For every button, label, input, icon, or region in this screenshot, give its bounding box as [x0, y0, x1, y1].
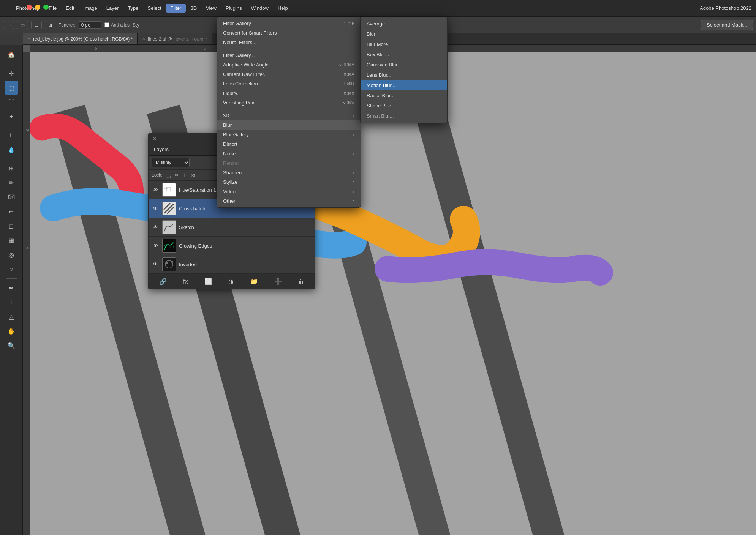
menu-filter[interactable]: Filter: [166, 4, 186, 13]
menu-type[interactable]: Type: [123, 4, 143, 13]
lock-artboard-icon[interactable]: ⊠: [191, 172, 195, 178]
ruler-num-3: 3: [23, 128, 30, 132]
blur-submenu-motion[interactable]: Motion Blur...: [361, 80, 447, 90]
minimize-button[interactable]: [35, 5, 40, 10]
layer-item-inverted[interactable]: 👁 Inverted: [149, 255, 315, 274]
layers-tab-layers[interactable]: Layers: [149, 144, 174, 155]
group-button[interactable]: 📁: [249, 276, 259, 287]
healing-tool[interactable]: ⊕: [5, 161, 18, 175]
layer-visibility-cross-hatch[interactable]: 👁: [152, 205, 159, 211]
filter-menu-item-render[interactable]: Render ›: [217, 158, 361, 168]
blend-mode-select[interactable]: Multiply: [152, 158, 190, 167]
blur-submenu-gaussian[interactable]: Gaussian Blur...: [361, 60, 447, 70]
filter-menu-item-liquify[interactable]: Liquify... ⇧⌘X: [217, 88, 361, 98]
tab-close-1[interactable]: ✕: [27, 36, 31, 41]
layer-item-glowing-edges[interactable]: 👁 Glowing Edges: [149, 237, 315, 255]
marquee-tool[interactable]: ⬚: [5, 81, 18, 95]
layers-close-button[interactable]: ✕: [152, 136, 157, 142]
blur-submenu-blur-more[interactable]: Blur More: [361, 39, 447, 49]
filter-menu-item-adaptive-wide[interactable]: Adaptive Wide Angle... ⌥⇧⌘A: [217, 60, 361, 69]
magic-wand-tool[interactable]: ✦: [5, 110, 18, 123]
move-tool[interactable]: ✛: [5, 66, 18, 80]
eraser-tool[interactable]: ◻: [5, 219, 18, 233]
menu-select[interactable]: Select: [143, 4, 166, 13]
layer-visibility-glowing-edges[interactable]: 👁: [152, 243, 159, 249]
hand-tool[interactable]: ✋: [5, 324, 18, 338]
blur-tool[interactable]: ◎: [5, 248, 18, 262]
blur-submenu-box-blur[interactable]: Box Blur...: [361, 49, 447, 60]
lock-transparent-icon[interactable]: ⬚: [166, 172, 171, 178]
eyedropper-tool[interactable]: 💧: [5, 143, 18, 156]
menu-help[interactable]: Help: [273, 4, 293, 13]
filter-menu-item-neural[interactable]: Neural Filters...: [217, 38, 361, 47]
blur-submenu-shape[interactable]: Shape Blur...: [361, 101, 447, 111]
filter-menu-item-other[interactable]: Other ›: [217, 196, 361, 206]
maximize-button[interactable]: [43, 5, 49, 10]
tab-red-bicycle[interactable]: ✕ red_bicycle.jpg @ 200% (Cross hatch, R…: [23, 33, 138, 44]
menu-edit[interactable]: Edit: [61, 4, 79, 13]
lens-correction-shortcut: ⇧⌘R: [343, 81, 354, 87]
lock-paint-icon[interactable]: ✏: [175, 172, 179, 178]
feather-input[interactable]: [79, 21, 101, 29]
filter-menu-item-blur-gallery[interactable]: Blur Gallery ›: [217, 130, 361, 139]
fx-button[interactable]: fx: [182, 277, 189, 287]
menu-plugins[interactable]: Plugins: [221, 4, 247, 13]
blur-submenu-smart[interactable]: Smart Blur...: [361, 111, 447, 121]
menu-window[interactable]: Window: [247, 4, 273, 13]
menu-image[interactable]: Image: [79, 4, 102, 13]
filter-menu-item-filter-gallery[interactable]: Filter Gallery...: [217, 51, 361, 60]
layer-thumb-glowing-edges: [162, 239, 176, 253]
blur-submenu-average[interactable]: Average: [361, 19, 447, 29]
filter-menu-item-vanishing-point[interactable]: Vanishing Point... ⌥⌘V: [217, 98, 361, 107]
link-layers-button[interactable]: 🔗: [158, 276, 168, 287]
home-tool[interactable]: 🏠: [5, 48, 18, 62]
clone-tool[interactable]: ⌧: [5, 190, 18, 204]
filter-menu-item-sharpen[interactable]: Sharpen ›: [217, 168, 361, 177]
shape-tool[interactable]: △: [5, 310, 18, 324]
filter-menu-item-camera-raw[interactable]: Camera Raw Filter... ⇧⌘A: [217, 69, 361, 79]
mask-button[interactable]: ⬜: [203, 276, 214, 287]
filter-menu-item-distort[interactable]: Distort ›: [217, 139, 361, 149]
gradient-tool[interactable]: ▦: [5, 234, 18, 247]
delete-layer-button[interactable]: 🗑: [297, 277, 306, 287]
tab-lines[interactable]: ✕ lines-2.ai @ layer 1, RGB/8) *: [138, 33, 212, 44]
blur-label-sub: Blur: [367, 31, 375, 37]
text-tool[interactable]: T: [5, 295, 18, 309]
zoom-tool[interactable]: 🔍: [5, 339, 18, 352]
new-layer-button[interactable]: ➕: [273, 276, 283, 287]
select-mask-button[interactable]: Select and Mask...: [701, 20, 753, 30]
layer-item-sketch[interactable]: 👁 Sketch: [149, 218, 315, 237]
blur-submenu-blur[interactable]: Blur: [361, 29, 447, 39]
dodge-tool[interactable]: ○: [5, 262, 18, 276]
blur-submenu-lens[interactable]: Lens Blur...: [361, 70, 447, 80]
filter-menu-item-video[interactable]: Video ›: [217, 187, 361, 196]
pen-tool[interactable]: ✒: [5, 281, 18, 295]
history-brush[interactable]: ↩: [5, 205, 18, 218]
tool-subtract-btn[interactable]: ⊟: [31, 21, 42, 29]
tool-mode-btn[interactable]: ▭: [17, 21, 28, 29]
menu-layer[interactable]: Layer: [102, 4, 123, 13]
layer-visibility-sketch[interactable]: 👁: [152, 224, 159, 230]
crop-tool[interactable]: ⌗: [5, 128, 18, 142]
lock-position-icon[interactable]: ✛: [183, 172, 187, 178]
filter-menu-item-3d[interactable]: 3D ›: [217, 111, 361, 120]
tab-close-2[interactable]: ✕: [142, 36, 146, 41]
filter-menu-item-noise[interactable]: Noise ›: [217, 149, 361, 158]
anti-alias-checkbox[interactable]: [104, 22, 109, 27]
filter-menu-item-stylize[interactable]: Stylize ›: [217, 177, 361, 187]
blur-submenu-radial[interactable]: Radial Blur...: [361, 90, 447, 101]
menu-3d[interactable]: 3D: [186, 4, 201, 13]
layer-visibility-hue-sat[interactable]: 👁: [152, 187, 159, 193]
close-button[interactable]: [27, 5, 32, 10]
menu-view[interactable]: View: [201, 4, 221, 13]
filter-menu-item-convert-smart[interactable]: Convert for Smart Filters: [217, 28, 361, 38]
tool-shape-btn[interactable]: ⬚: [3, 21, 14, 29]
adjustment-button[interactable]: ◑: [227, 276, 235, 287]
filter-menu-item-lens-correction[interactable]: Lens Correction... ⇧⌘R: [217, 79, 361, 88]
tool-intersect-btn[interactable]: ⊞: [45, 21, 55, 29]
filter-menu-item-filter-gallery-top[interactable]: Filter Gallery ⌃⌘F: [217, 19, 361, 28]
layer-visibility-inverted[interactable]: 👁: [152, 261, 159, 267]
lasso-tool[interactable]: ⌒: [5, 95, 18, 109]
filter-menu-item-blur[interactable]: Blur ›: [217, 120, 361, 130]
brush-tool[interactable]: ✏: [5, 176, 18, 189]
